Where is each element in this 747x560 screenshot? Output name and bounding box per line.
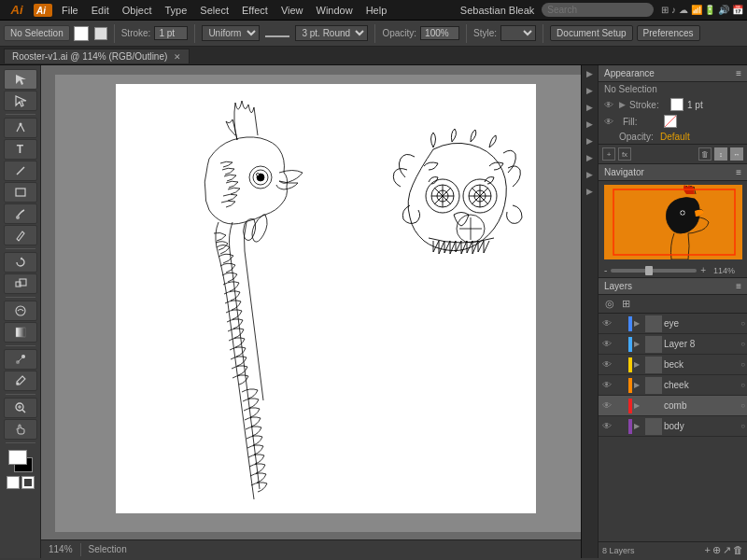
foreground-swatch[interactable] [8,450,27,465]
layer-target-layer8[interactable]: ○ [740,340,745,348]
layer-eye-layer8[interactable]: 👁 [600,339,613,349]
panel-toggle-3[interactable]: ▶ [583,103,598,118]
blend-tool[interactable] [4,349,37,370]
layer-eye-cheek[interactable]: 👁 [600,380,613,390]
delete-layer-button[interactable]: 🗑 [733,544,743,556]
opacity-visibility-icon[interactable]: 👁 [604,132,615,142]
opacity-input[interactable] [420,26,459,40]
stroke-end-select[interactable]: 3 pt. Round [295,25,368,41]
fill-color-swatch[interactable] [664,115,677,128]
appearance-stroke-row[interactable]: 👁 ▶ Stroke: 1 pt [599,96,747,113]
rotate-tool[interactable] [4,252,37,273]
layer-target-eye[interactable]: ○ [740,319,745,328]
appearance-opacity-row[interactable]: 👁 Opacity: Default [599,130,747,144]
panel-toggle-5[interactable]: ▶ [583,136,598,151]
fill-visibility-icon[interactable]: 👁 [604,117,615,127]
selection-tool[interactable] [4,69,37,90]
layer-expand-beck[interactable]: ▶ [634,360,643,369]
warp-tool[interactable] [4,301,37,321]
layer-eye-beck[interactable]: 👁 [600,359,613,370]
menu-help[interactable]: Help [360,3,393,18]
doc-close-button[interactable]: ✕ [174,52,181,62]
pen-tool[interactable] [4,118,37,138]
layer-row-cheek[interactable]: 👁 ▶ cheek ○ [599,375,747,396]
stroke-style-select[interactable]: Uniform [202,25,260,41]
direct-selection-tool[interactable] [4,91,37,111]
menu-select[interactable]: Select [194,3,234,18]
document-setup-button[interactable]: Document Setup [550,25,633,41]
stroke-color-swatch[interactable] [670,98,684,111]
panel-toggle-2[interactable]: ▶ [583,86,598,101]
appearance-fill-row[interactable]: 👁 Fill: [599,113,747,130]
layer-eye-body[interactable]: 👁 [600,421,613,431]
doc-tab-item[interactable]: Rooster-v1.ai @ 114% (RGB/Outline) ✕ [4,49,190,63]
appearance-fx-button[interactable]: fx [618,147,631,161]
layer-target-comb[interactable]: ○ [740,401,745,410]
pencil-tool[interactable] [4,225,37,245]
stroke-visibility-icon[interactable]: 👁 [604,100,615,110]
artboard[interactable] [116,84,536,513]
layer-expand-layer8[interactable]: ▶ [634,340,643,348]
layer-row-eye[interactable]: 👁 ▶ eye ○ [599,314,747,334]
menu-effect[interactable]: Effect [236,3,274,18]
stroke-mode-button[interactable] [21,476,35,489]
layer-target-body[interactable]: ○ [740,422,745,430]
stroke-input[interactable] [154,26,188,40]
layers-menu-icon[interactable]: ≡ [736,281,741,291]
new-layer-button[interactable]: + [705,544,711,556]
brush-tool[interactable] [4,203,37,224]
panel-toggle-6[interactable]: ▶ [583,153,598,168]
menu-window[interactable]: Window [311,3,359,18]
preferences-button[interactable]: Preferences [637,25,700,41]
appearance-extra2-button[interactable]: ↔ [730,147,743,161]
layers-tool-locate[interactable]: ◎ [602,297,617,311]
navigator-thumbnail[interactable] [604,185,742,259]
layer-row-layer8[interactable]: 👁 ▶ Layer 8 ○ [599,334,747,355]
navigator-menu-icon[interactable]: ≡ [736,167,741,177]
layer-eye-eye[interactable]: 👁 [600,318,613,329]
menu-file[interactable]: File [56,3,84,18]
layers-tool-compose[interactable]: ⊞ [619,297,633,311]
gradient-tool[interactable] [4,322,37,343]
fill-mode-button[interactable] [7,476,20,489]
move-to-layer-button[interactable]: ↗ [723,544,731,556]
layer-eye-comb[interactable]: 👁 [600,400,613,411]
panel-toggle-4[interactable]: ▶ [583,119,598,134]
panel-toggle-8[interactable]: ▶ [583,187,598,202]
menu-edit[interactable]: Edit [86,3,115,18]
search-input[interactable] [542,3,654,17]
panel-toggle-7[interactable]: ▶ [583,170,598,185]
fill-swatch[interactable] [74,26,89,41]
layer-expand-body[interactable]: ▶ [634,422,643,430]
layer-target-beck[interactable]: ○ [740,360,745,369]
menu-object[interactable]: Object [117,3,158,18]
menu-view[interactable]: View [275,3,309,18]
color-swatches[interactable] [7,450,35,472]
rect-tool[interactable] [4,182,37,203]
hand-tool[interactable] [4,419,37,440]
appearance-extra-button[interactable]: ↕ [714,147,727,161]
scale-tool[interactable] [4,273,37,294]
layer-row-comb[interactable]: 👁 ▶ comb ○ [599,396,747,416]
style-select[interactable] [500,25,536,41]
layer-expand-cheek[interactable]: ▶ [634,381,643,389]
layer-row-beck[interactable]: 👁 ▶ beck ○ [599,355,747,375]
type-tool[interactable]: T [4,139,37,160]
line-tool[interactable] [4,161,37,181]
eyedropper-tool[interactable] [4,371,37,391]
stroke-swatch[interactable] [94,27,107,40]
panel-toggle-1[interactable]: ▶ [583,69,598,84]
zoom-tool[interactable] [4,398,37,418]
layer-target-cheek[interactable]: ○ [740,381,745,389]
appearance-menu-icon[interactable]: ≡ [736,68,741,78]
layer-expand-eye[interactable]: ▶ [634,319,643,328]
layer-row-body[interactable]: 👁 ▶ body ○ [599,416,747,437]
zoom-out-button[interactable]: - [604,265,607,275]
appearance-delete-button[interactable]: 🗑 [698,147,712,161]
zoom-in-button[interactable]: + [700,265,706,275]
menu-type[interactable]: Type [160,3,193,18]
zoom-thumb[interactable] [645,266,653,275]
appearance-new-layer-button[interactable]: + [602,147,615,161]
layer-expand-comb[interactable]: ▶ [634,401,643,410]
new-sublayer-button[interactable]: ⊕ [712,544,721,556]
